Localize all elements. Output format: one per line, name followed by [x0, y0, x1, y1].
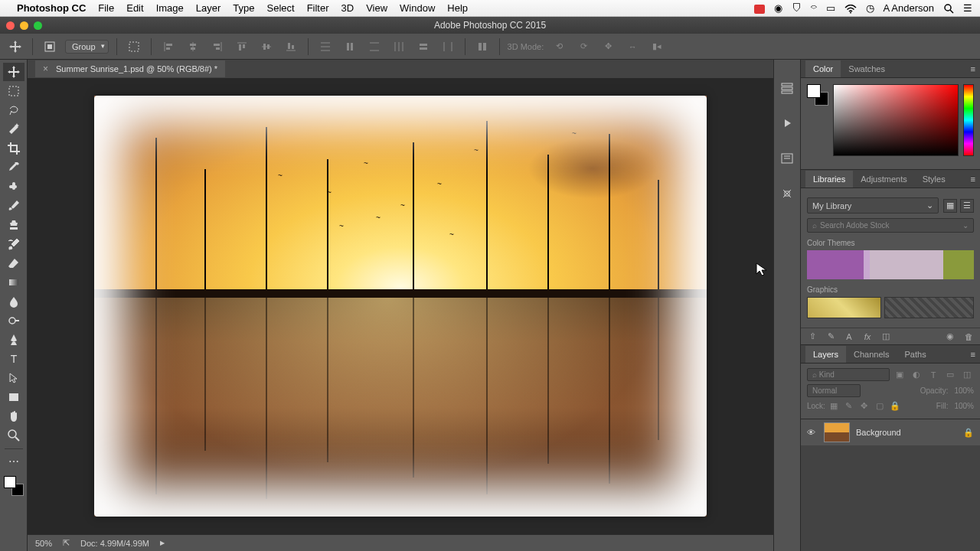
align-vcenter-icon[interactable] [257, 37, 276, 56]
document-canvas[interactable]: ~~ ~~ ~~ ~~ ~~ [94, 96, 707, 517]
lock-transparent-icon[interactable]: ▦ [828, 400, 839, 411]
cc-status-icon[interactable] [754, 2, 765, 14]
layer-thumbnail[interactable] [824, 422, 850, 442]
blur-tool[interactable] [3, 292, 24, 311]
3d-pan-icon[interactable]: ✥ [599, 37, 617, 56]
spotlight-icon[interactable] [943, 2, 954, 15]
stock-search[interactable]: ⌕ Search Adobe Stock ⌄ [807, 218, 974, 233]
graphic-pattern[interactable] [884, 297, 974, 318]
layer-filter-dropdown[interactable]: ⌕ Kind [807, 368, 890, 381]
actions-panel-icon[interactable] [779, 115, 795, 132]
history-brush-tool[interactable] [3, 235, 24, 253]
tab-channels[interactable]: Channels [846, 346, 897, 363]
layer-item[interactable]: 👁 Background 🔒 [801, 419, 980, 446]
gradient-tool[interactable] [3, 273, 24, 292]
3d-orbit-icon[interactable]: ⟲ [550, 37, 568, 56]
foreground-color[interactable] [4, 476, 16, 488]
distribute-vcenter-icon[interactable] [341, 37, 359, 56]
menu-edit[interactable]: Edit [126, 2, 143, 14]
distribute-right-icon[interactable] [439, 37, 457, 56]
tab-libraries[interactable]: Libraries [805, 171, 853, 187]
align-right-icon[interactable] [208, 37, 227, 56]
spot-heal-tool[interactable] [3, 178, 24, 196]
tab-styles[interactable]: Styles [915, 171, 953, 187]
opacity-value[interactable]: 100% [954, 386, 974, 395]
distribute-bottom-icon[interactable] [365, 37, 384, 56]
filter-adjust-icon[interactable]: ◐ [910, 369, 923, 381]
crop-tool[interactable] [3, 139, 24, 158]
brush-tool[interactable] [3, 197, 24, 215]
clone-stamp-tool[interactable] [3, 216, 24, 234]
fill-value[interactable]: 100% [954, 402, 974, 410]
graphic-thumb[interactable] [807, 297, 881, 318]
clock-icon[interactable]: ◷ [866, 2, 874, 14]
3d-camera-icon[interactable]: ▮◂ [648, 37, 666, 56]
lock-artboard-icon[interactable]: ▢ [874, 400, 885, 411]
user-name[interactable]: A Anderson [884, 2, 935, 14]
align-bottom-icon[interactable] [282, 37, 300, 56]
edit-toolbar-icon[interactable]: ⋯ [3, 452, 24, 471]
lib-fill-icon[interactable]: ◫ [880, 331, 891, 341]
close-window-button[interactable] [6, 21, 15, 30]
layer-visibility-icon[interactable]: 👁 [807, 428, 818, 437]
eyedropper-tool[interactable] [3, 158, 24, 177]
distribute-left-icon[interactable] [390, 37, 408, 56]
properties-panel-icon[interactable] [779, 150, 795, 167]
menu-3d[interactable]: 3D [341, 2, 354, 14]
lib-upload-icon[interactable]: ⇧ [807, 331, 818, 341]
filter-shape-icon[interactable]: ▭ [943, 369, 957, 381]
tab-layers[interactable]: Layers [805, 346, 846, 363]
filter-pixel-icon[interactable]: ▣ [893, 369, 906, 381]
menu-window[interactable]: Window [400, 2, 435, 14]
tab-color[interactable]: Color [805, 60, 841, 77]
canvas-area[interactable]: ~~ ~~ ~~ ~~ ~~ [28, 78, 773, 534]
rectangle-tool[interactable] [3, 388, 24, 406]
menu-layer[interactable]: Layer [196, 2, 221, 14]
shield-icon[interactable]: ⛉ [792, 2, 802, 14]
share-icon[interactable]: ⇱ [63, 538, 70, 548]
menu-help[interactable]: Help [447, 2, 468, 14]
auto-align-icon[interactable] [473, 37, 492, 56]
move-tool-icon[interactable] [6, 37, 24, 56]
magic-wand-tool[interactable] [3, 120, 24, 139]
filter-type-icon[interactable]: T [926, 369, 940, 381]
lib-trash-icon[interactable]: 🗑 [963, 332, 974, 341]
distribute-hcenter-icon[interactable] [414, 37, 433, 56]
list-view-icon[interactable]: ☰ [960, 199, 974, 213]
distribute-top-icon[interactable] [316, 37, 335, 56]
eraser-tool[interactable] [3, 254, 24, 272]
notification-icon[interactable]: ☰ [963, 2, 972, 14]
fg-bg-colors[interactable] [4, 476, 24, 496]
menu-image[interactable]: Image [156, 2, 184, 14]
close-tab-icon[interactable]: × [43, 64, 48, 74]
tab-swatches[interactable]: Swatches [841, 60, 893, 77]
lib-brush-icon[interactable]: ✎ [825, 331, 836, 341]
menu-type[interactable]: Type [233, 2, 254, 14]
marquee-tool[interactable] [3, 82, 24, 100]
doc-info[interactable]: Doc: 4.99M/4.99M [80, 539, 149, 548]
menu-select[interactable]: Select [266, 2, 294, 14]
color-fg-bg[interactable] [807, 84, 828, 106]
color-panel-menu-icon[interactable]: ≡ [971, 64, 975, 73]
lib-type-icon[interactable]: A [844, 332, 854, 341]
pen-tool[interactable] [3, 331, 24, 349]
document-tab[interactable]: × Summer Sunrise_1.psd @ 50% (RGB/8#) * [35, 60, 225, 77]
doc-info-menu[interactable]: ▶ [160, 540, 165, 546]
maximize-window-button[interactable] [34, 21, 42, 30]
bluetooth-icon[interactable]: ⌔ [811, 2, 817, 14]
align-left-icon[interactable] [159, 37, 178, 56]
menu-file[interactable]: File [98, 2, 114, 14]
layers-panel-menu-icon[interactable]: ≡ [971, 350, 975, 359]
app-menu[interactable]: Photoshop CC [17, 2, 86, 14]
lock-all-icon[interactable]: 🔒 [890, 400, 900, 411]
layer-lock-icon[interactable]: 🔒 [963, 428, 974, 438]
align-top-icon[interactable] [233, 37, 251, 56]
tab-paths[interactable]: Paths [897, 346, 934, 363]
transform-controls-icon[interactable] [125, 37, 143, 56]
lock-pixels-icon[interactable]: ✎ [844, 400, 854, 411]
color-field[interactable] [833, 84, 959, 156]
blend-mode-dropdown[interactable]: Normal [807, 384, 861, 397]
menu-view[interactable]: View [366, 2, 387, 14]
history-panel-icon[interactable] [779, 80, 795, 96]
3d-roll-icon[interactable]: ⟳ [574, 37, 593, 56]
